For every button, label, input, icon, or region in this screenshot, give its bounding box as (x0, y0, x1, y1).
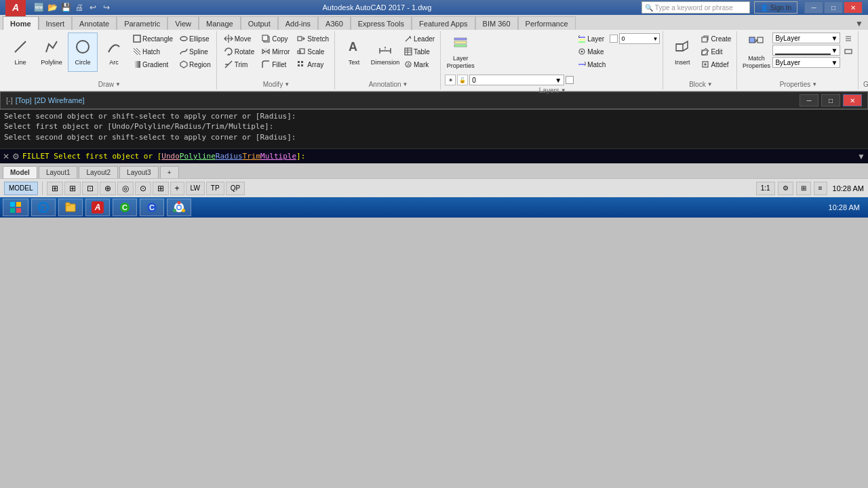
annotation-dimension-btn[interactable]: Dimension (370, 33, 400, 72)
block-define-btn[interactable]: Attdef (698, 58, 734, 70)
taskbar-ie[interactable]: e (31, 199, 56, 216)
taskbar-item-green-c[interactable]: C (113, 199, 137, 216)
tp-btn[interactable]: TP (206, 182, 224, 195)
block-create-btn[interactable]: Create (698, 33, 734, 45)
draw-dropdown-arrow[interactable]: ▼ (115, 81, 121, 87)
dynucs-btn[interactable]: ⊞ (153, 182, 169, 195)
start-btn[interactable] (3, 199, 28, 216)
draw-arc-btn[interactable]: Arc (99, 33, 129, 72)
clean-screen-btn[interactable]: ⊞ (796, 182, 811, 195)
window-max-btn[interactable]: □ (824, 1, 843, 14)
modify-rotate-btn[interactable]: Rotate (221, 45, 257, 58)
viewport-view-btn[interactable]: [Top] (16, 96, 32, 104)
color-dropdown[interactable]: ByLayer ▼ (772, 33, 840, 43)
qa-redo[interactable]: ↪ (100, 1, 113, 14)
modify-move-btn[interactable]: Move (221, 33, 257, 45)
tab-bim360[interactable]: BIM 360 (475, 16, 518, 30)
qa-plot[interactable]: 🖨 (73, 1, 85, 14)
layer-match-btn[interactable]: Match (575, 58, 608, 70)
tab-layout3[interactable]: Layout3 (119, 166, 159, 178)
taskbar-explorer[interactable] (58, 199, 83, 216)
polar-btn[interactable]: ⊕ (100, 182, 116, 195)
draw-hatch-btn[interactable]: Hatch (130, 45, 176, 58)
tab-featured-apps[interactable]: Featured Apps (412, 16, 475, 30)
props-list-btn[interactable] (842, 33, 855, 45)
qp-btn[interactable]: QP (226, 182, 245, 195)
osnap-btn[interactable]: ◎ (117, 182, 134, 195)
tab-add[interactable]: + (160, 166, 179, 178)
modify-trim-btn[interactable]: Trim (221, 58, 257, 70)
taskbar-item-blue-c[interactable]: C (140, 199, 164, 216)
modify-mirror-btn[interactable]: Mirror (258, 45, 292, 58)
command-input[interactable]: FILLET Select first object or [Undo Poly… (22, 152, 854, 161)
ribbon-collapse-btn[interactable]: ▼ (853, 18, 865, 30)
draw-ellipse-btn[interactable]: Ellipse (177, 33, 214, 45)
layer-lock-btn[interactable]: 🔓 (457, 75, 468, 85)
annotation-dropdown-arrow[interactable]: ▼ (403, 81, 408, 87)
viewport-restore-btn[interactable]: □ (821, 94, 840, 106)
layer-dropdown[interactable]: 0 ▼ (469, 75, 564, 85)
qa-save[interactable]: 💾 (60, 1, 72, 14)
draw-line-btn[interactable]: Line (5, 33, 35, 72)
customization-btn[interactable]: ≡ (814, 182, 827, 195)
annotation-table-btn[interactable]: Table (401, 45, 437, 58)
window-min-btn[interactable]: ─ (804, 1, 823, 14)
modify-copy-btn[interactable]: Copy (258, 33, 292, 45)
modify-stretch-btn[interactable]: Stretch (294, 33, 332, 45)
annotation-text-btn[interactable]: A Text (339, 33, 369, 72)
tab-express-tools[interactable]: Express Tools (351, 16, 412, 30)
taskbar-chrome[interactable] (167, 199, 191, 216)
modify-dropdown-arrow[interactable]: ▼ (284, 81, 290, 87)
viewport-menu-btn[interactable]: [-] (6, 96, 13, 104)
tab-insert[interactable]: Insert (39, 16, 73, 30)
lw-btn[interactable]: LW (186, 182, 205, 195)
linetype-dropdown[interactable]: ▼ (772, 45, 840, 56)
grid-btn[interactable]: ⊞ (64, 182, 81, 195)
block-dropdown-arrow[interactable]: ▼ (707, 81, 713, 87)
search-bar[interactable]: 🔍 Type a keyword or phrase (642, 1, 750, 14)
viewport-close-btn[interactable]: ✕ (843, 94, 862, 106)
tab-addins[interactable]: Add-ins (278, 16, 318, 30)
props-quick-btn[interactable] (842, 45, 855, 58)
annotation-mark-btn[interactable]: A Mark (401, 58, 437, 70)
taskbar-autocad[interactable]: A (85, 199, 110, 216)
model-btn[interactable]: MODEL (4, 182, 38, 195)
qa-undo[interactable]: ↩ (87, 1, 99, 14)
draw-gradient-btn[interactable]: Gradient (130, 58, 176, 70)
layer-previous-btn[interactable]: Layer (575, 33, 608, 45)
workspace-btn[interactable]: ⚙ (778, 182, 793, 195)
ortho-btn[interactable]: ⊡ (82, 182, 98, 195)
qa-open[interactable]: 📂 (46, 1, 58, 14)
color-input[interactable]: 0 ▼ (619, 33, 660, 44)
tab-output[interactable]: Output (241, 16, 278, 30)
tab-view[interactable]: View (167, 16, 199, 30)
tab-model[interactable]: Model (3, 166, 37, 178)
otrack-btn[interactable]: ⊙ (135, 182, 151, 195)
dyn-btn[interactable]: + (170, 182, 184, 195)
layers-dropdown-arrow[interactable]: ▼ (561, 87, 566, 94)
block-edit-btn[interactable]: Edit (698, 45, 734, 58)
tab-layout1[interactable]: Layout1 (39, 166, 78, 178)
cmd-cancel-icon[interactable]: ✕ (3, 152, 9, 161)
modify-scale-btn[interactable]: Scale (294, 45, 332, 58)
match-properties-btn[interactable]: MatchProperties (741, 33, 771, 72)
draw-rect-btn[interactable]: Rectangle (130, 33, 176, 45)
properties-dropdown-arrow[interactable]: ▼ (812, 81, 817, 87)
block-insert-btn[interactable]: Insert (667, 33, 697, 72)
layer-freeze-btn[interactable]: ☀ (445, 75, 456, 85)
snap-btn[interactable]: ⊞ (47, 182, 63, 195)
tab-performance[interactable]: Performance (518, 16, 576, 30)
tab-a360[interactable]: A360 (318, 16, 351, 30)
cmd-settings-icon[interactable]: ⚙ (12, 152, 20, 161)
tab-layout2[interactable]: Layout2 (79, 166, 118, 178)
cmd-dropdown-icon[interactable]: ▼ (857, 152, 865, 161)
layer-properties-btn[interactable]: LayerProperties (445, 33, 476, 72)
viewport-min-btn[interactable]: ─ (800, 94, 818, 106)
draw-circle-btn[interactable]: Circle (68, 33, 98, 72)
annotation-leader-btn[interactable]: Leader (401, 33, 437, 45)
modify-fillet-btn[interactable]: Fillet (258, 58, 292, 70)
groups-group-btn[interactable]: Group (863, 33, 868, 72)
lineweight-dropdown[interactable]: ByLayer ▼ (772, 57, 840, 68)
tab-parametric[interactable]: Parametric (117, 16, 167, 30)
sign-in-btn[interactable]: 👤 Sign In (754, 1, 797, 14)
